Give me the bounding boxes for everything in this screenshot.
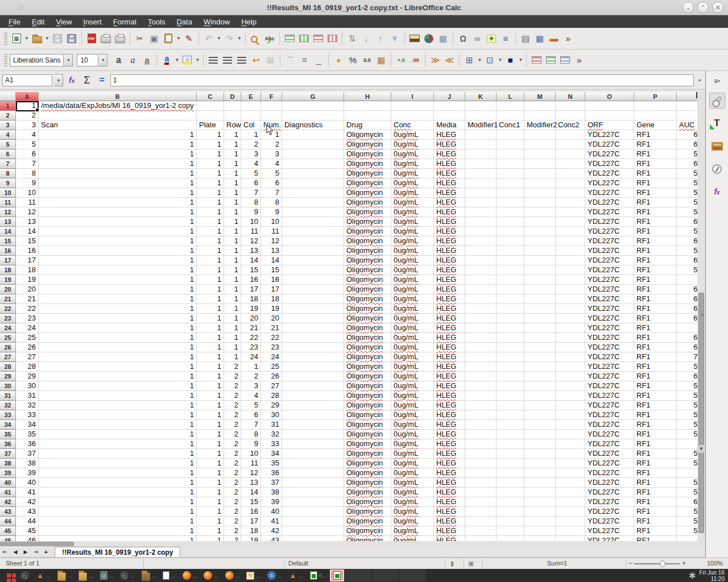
cell-A5[interactable]: 5: [16, 140, 39, 149]
cell-P21[interactable]: RF1: [634, 294, 677, 304]
cell-P3[interactable]: Gene: [634, 120, 677, 130]
cell-I19[interactable]: 0ug/mL: [391, 275, 434, 285]
cell-J26[interactable]: HLEG: [434, 343, 465, 352]
cell-L33[interactable]: [497, 410, 524, 420]
cell-E37[interactable]: 10: [241, 449, 261, 459]
delete-column-icon[interactable]: [325, 31, 339, 46]
add-sheet-icon[interactable]: +: [41, 547, 51, 557]
cell-D44[interactable]: 2: [224, 517, 241, 526]
cell-K5[interactable]: [465, 140, 497, 149]
cell-F46[interactable]: 43: [261, 536, 282, 541]
cell-N37[interactable]: [556, 449, 585, 459]
horizontal-scrollbar-thumb[interactable]: [0, 542, 74, 546]
cell-E4[interactable]: 1: [241, 130, 261, 140]
cell-C18[interactable]: 1: [197, 265, 224, 275]
row-header-13[interactable]: 13: [0, 217, 16, 227]
cell-P10[interactable]: RF1: [634, 188, 677, 198]
cell-H32[interactable]: Oligomycin: [344, 401, 391, 410]
cell-O5[interactable]: YDL227C: [585, 140, 634, 149]
cell-D27[interactable]: 1: [224, 352, 241, 362]
cell-E32[interactable]: 5: [241, 401, 261, 410]
cell-I22[interactable]: 0ug/mL: [391, 304, 434, 314]
cell-L13[interactable]: [497, 217, 524, 227]
cell-P5[interactable]: RF1: [634, 140, 677, 149]
cell-P40[interactable]: RF1: [634, 478, 677, 488]
align-top-icon[interactable]: ¯: [283, 53, 297, 68]
row-header-35[interactable]: 35: [0, 430, 16, 439]
cell-L26[interactable]: [497, 343, 524, 352]
column-header-L[interactable]: L: [497, 92, 524, 101]
cell-P41[interactable]: RF1: [634, 488, 677, 497]
minimize-button[interactable]: ⌄: [682, 2, 694, 13]
cell-L41[interactable]: [497, 488, 524, 497]
cell-N40[interactable]: [556, 478, 585, 488]
cell-I25[interactable]: 0ug/mL: [391, 333, 434, 343]
insert-row-icon[interactable]: [283, 31, 296, 46]
save-icon[interactable]: [51, 31, 64, 46]
firefox-taskbar-item[interactable]: ...: [180, 569, 200, 581]
cell-E44[interactable]: 17: [241, 517, 261, 526]
cell-M36[interactable]: [524, 439, 556, 449]
cell-I8[interactable]: 0ug/mL: [391, 169, 434, 178]
cell-I4[interactable]: 0ug/mL: [391, 130, 434, 140]
cell-I31[interactable]: 0ug/mL: [391, 391, 434, 401]
cell-C34[interactable]: 1: [197, 420, 224, 430]
cell-C31[interactable]: 1: [197, 391, 224, 401]
cell-O15[interactable]: YDL227C: [585, 236, 634, 246]
cell-I24[interactable]: 0ug/mL: [391, 323, 434, 333]
cell-E26[interactable]: 23: [241, 343, 261, 352]
cell-H31[interactable]: Oligomycin: [344, 391, 391, 401]
cell-B27[interactable]: 1: [39, 352, 197, 362]
cell-A13[interactable]: 13: [16, 217, 39, 227]
cell-E36[interactable]: 9: [241, 439, 261, 449]
cell-N33[interactable]: [556, 410, 585, 420]
cell-H4[interactable]: Oligomycin: [344, 130, 391, 140]
dropdown-arrow-icon[interactable]: ▼: [44, 31, 50, 46]
cell-G40[interactable]: [282, 478, 344, 488]
cell-P17[interactable]: RF1: [634, 256, 677, 265]
cell-L14[interactable]: [497, 227, 524, 236]
cell-C2[interactable]: [197, 111, 224, 120]
cell-G37[interactable]: [282, 449, 344, 459]
cell-C35[interactable]: 1: [197, 430, 224, 439]
cell-L5[interactable]: [497, 140, 524, 149]
open-icon[interactable]: [30, 31, 44, 46]
cell-L36[interactable]: [497, 439, 524, 449]
cell-O46[interactable]: YDL227C: [585, 536, 634, 541]
cell-A32[interactable]: 32: [16, 401, 39, 410]
cell-K29[interactable]: [465, 372, 497, 381]
cell-B37[interactable]: 1: [39, 449, 197, 459]
cell-D37[interactable]: 2: [224, 449, 241, 459]
row-header-27[interactable]: 27: [0, 352, 16, 362]
row-header-28[interactable]: 28: [0, 362, 16, 372]
toolbar-grip[interactable]: [4, 54, 7, 66]
cell-E27[interactable]: 24: [241, 352, 261, 362]
cell-B16[interactable]: 1: [39, 246, 197, 256]
cell-P28[interactable]: RF1: [634, 362, 677, 372]
cell-I21[interactable]: 0ug/mL: [391, 294, 434, 304]
cell-P20[interactable]: RF1: [634, 285, 677, 294]
cell-M24[interactable]: [524, 323, 556, 333]
cell-N46[interactable]: [556, 536, 585, 541]
cell-K31[interactable]: [465, 391, 497, 401]
cell-F33[interactable]: 30: [261, 410, 282, 420]
cell-D17[interactable]: 1: [224, 256, 241, 265]
cell-A26[interactable]: 26: [16, 343, 39, 352]
cell-F10[interactable]: 7: [261, 188, 282, 198]
cell-I27[interactable]: 0ug/mL: [391, 352, 434, 362]
cell-M8[interactable]: [524, 169, 556, 178]
cell-M16[interactable]: [524, 246, 556, 256]
page-style[interactable]: Default: [288, 560, 308, 567]
cell-J28[interactable]: HLEG: [434, 362, 465, 372]
menu-view[interactable]: View: [51, 16, 77, 27]
column-header-F[interactable]: F: [261, 92, 282, 101]
cell-P30[interactable]: RF1: [634, 381, 677, 391]
navigator-icon[interactable]: [709, 161, 725, 177]
cell-G42[interactable]: [282, 497, 344, 507]
cell-E40[interactable]: 13: [241, 478, 261, 488]
cell-M15[interactable]: [524, 236, 556, 246]
close-button[interactable]: ✕: [712, 2, 723, 13]
cell-N42[interactable]: [556, 497, 585, 507]
cell-P25[interactable]: RF1: [634, 333, 677, 343]
cell-G14[interactable]: [282, 227, 344, 236]
